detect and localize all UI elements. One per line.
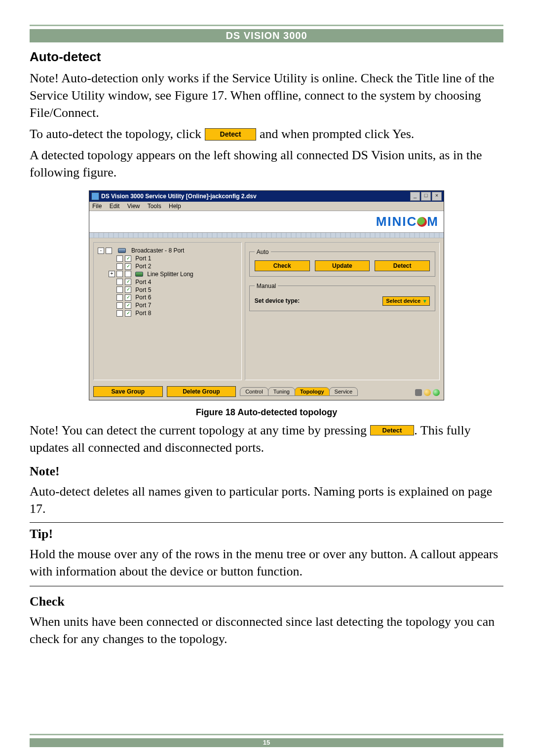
titlebar: DS Vision 3000 Service Utility [Online]-…	[89, 191, 444, 202]
tree-node[interactable]: + Line Splitter Long	[98, 270, 237, 278]
tree-node[interactable]: ✓Port 6	[98, 294, 237, 301]
manual-fieldset: Manual Set device type: Select device ▾	[249, 283, 435, 311]
port-label: Port 4	[135, 279, 151, 286]
tab-topology[interactable]: Topology	[295, 387, 330, 396]
port-enabled-checkbox[interactable]: ✓	[125, 263, 131, 270]
status-icons	[415, 389, 440, 396]
menu-view[interactable]: View	[127, 203, 140, 210]
logo-row: MINICM	[89, 211, 444, 233]
tree-node[interactable]: ✓Port 4	[98, 278, 237, 286]
port-checkbox[interactable]	[116, 294, 123, 301]
splitter-icon	[135, 272, 143, 277]
root-checkbox[interactable]	[106, 248, 112, 254]
auto-legend: Auto	[255, 249, 271, 255]
header-bar: DS VISION 3000	[30, 29, 503, 42]
select-device-dropdown[interactable]: Select device ▾	[382, 296, 430, 306]
menu-help[interactable]: Help	[169, 203, 181, 210]
paragraph-result: A detected topology appears on the left …	[30, 146, 503, 181]
figure-caption: Figure 18 Auto-detected topology	[30, 407, 503, 418]
port-label: Port 1	[135, 255, 151, 262]
menu-file[interactable]: File	[92, 203, 102, 210]
save-group-button[interactable]: Save Group	[93, 386, 163, 397]
port-enabled-checkbox[interactable]: ✓	[125, 294, 131, 301]
logo-text-prefix: MINIC	[376, 214, 418, 229]
port-enabled-checkbox[interactable]: ✓	[125, 279, 131, 285]
right-panel: Auto Check Update Detect Manual Set devi…	[245, 242, 440, 380]
port-enabled-checkbox[interactable]: ✓	[125, 310, 131, 317]
figure-18: DS Vision 3000 Service Utility [Online]-…	[89, 190, 444, 400]
maximize-button[interactable]: □	[421, 192, 431, 201]
port-checkbox[interactable]	[116, 310, 123, 317]
port-checkbox[interactable]	[116, 302, 123, 309]
port-label: Port 8	[135, 310, 151, 317]
port-checkbox[interactable]	[116, 279, 123, 285]
paragraph-instruction: To auto-detect the topology, click Detec…	[30, 125, 503, 143]
tab-control[interactable]: Control	[240, 387, 268, 396]
toolbar-strip	[89, 233, 444, 238]
bottom-rule	[30, 734, 503, 735]
detect-button-inline-2[interactable]: Detect	[370, 425, 415, 436]
paragraph-check: When units have been connected or discon…	[30, 613, 503, 648]
port-enabled-checkbox[interactable]: ✓	[125, 302, 131, 309]
auto-detect-heading: Auto-detect	[30, 49, 503, 65]
check-button[interactable]: Check	[255, 260, 310, 271]
device-tree[interactable]: - Broadcaster - 8 Port ✓Port 1 ✓Port 2+ …	[98, 247, 237, 317]
select-device-text: Select device	[386, 298, 420, 304]
port-checkbox[interactable]	[116, 255, 123, 262]
port-label: Port 7	[135, 302, 151, 309]
top-rule	[30, 25, 503, 26]
detect-button-inline-1[interactable]: Detect	[205, 128, 257, 141]
tab-service[interactable]: Service	[329, 387, 358, 396]
note-heading: Note!	[30, 464, 503, 479]
port-label: Port 5	[135, 287, 151, 293]
para-text: and when prompted click Yes.	[260, 127, 414, 141]
port-label: Port 2	[135, 263, 151, 270]
paragraph-tip: Hold the mouse over any of the rows in t…	[30, 545, 503, 580]
app-window: DS Vision 3000 Service Utility [Online]-…	[89, 190, 444, 400]
update-button[interactable]: Update	[315, 260, 370, 271]
tip-box: Tip! Hold the mouse over any of the rows…	[30, 522, 503, 586]
port-checkbox[interactable]	[116, 263, 123, 270]
manual-legend: Manual	[255, 283, 278, 289]
status-dot-green	[433, 389, 440, 396]
tree-node[interactable]: ✓Port 8	[98, 309, 237, 317]
para-text: Note! You can detect the current topolog…	[30, 423, 370, 437]
minicom-logo: MINICM	[376, 214, 439, 229]
tab-tuning[interactable]: Tuning	[268, 387, 295, 396]
tree-panel: - Broadcaster - 8 Port ✓Port 1 ✓Port 2+ …	[93, 242, 242, 380]
auto-fieldset: Auto Check Update Detect	[249, 249, 435, 277]
paragraph-anytime: Note! You can detect the current topolog…	[30, 422, 503, 456]
logo-text-suffix: M	[427, 214, 439, 229]
menu-tools[interactable]: Tools	[148, 203, 161, 210]
tree-node[interactable]: ✓Port 1	[98, 254, 237, 262]
menu-edit[interactable]: Edit	[110, 203, 120, 210]
port-label: Port 6	[135, 294, 151, 301]
window-title: DS Vision 3000 Service Utility [Online]-…	[101, 193, 409, 200]
status-dot-yellow	[424, 389, 431, 396]
set-device-type-label: Set device type:	[255, 297, 300, 304]
tree-expand-icon[interactable]: +	[109, 271, 115, 277]
broadcaster-icon	[118, 248, 126, 253]
paragraph-note-online: Note! Auto-detection only works if the S…	[30, 70, 503, 121]
port-enabled-checkbox[interactable]: ✓	[125, 287, 131, 293]
port-enabled-checkbox[interactable]	[125, 271, 131, 277]
app-icon	[91, 192, 99, 200]
tabs: Control Tuning Topology Service	[240, 387, 357, 396]
root-label: Broadcaster - 8 Port	[131, 247, 184, 254]
port-checkbox[interactable]	[116, 271, 123, 277]
logo-eye-icon	[417, 217, 427, 227]
connection-icon	[415, 389, 422, 396]
detect-button[interactable]: Detect	[375, 260, 430, 271]
tree-node[interactable]: ✓Port 2	[98, 262, 237, 270]
para-text: To auto-detect the topology, click	[30, 127, 205, 141]
delete-group-button[interactable]: Delete Group	[167, 386, 236, 397]
close-button[interactable]: ×	[432, 192, 442, 201]
dropdown-arrow-icon: ▾	[423, 298, 426, 304]
port-checkbox[interactable]	[116, 287, 123, 293]
port-enabled-checkbox[interactable]: ✓	[125, 255, 131, 262]
minimize-button[interactable]: _	[410, 192, 420, 201]
tree-collapse-root[interactable]: -	[98, 248, 104, 254]
tree-node[interactable]: ✓Port 7	[98, 301, 237, 309]
tree-node[interactable]: ✓Port 5	[98, 286, 237, 293]
port-label: Line Splitter Long	[147, 271, 193, 278]
